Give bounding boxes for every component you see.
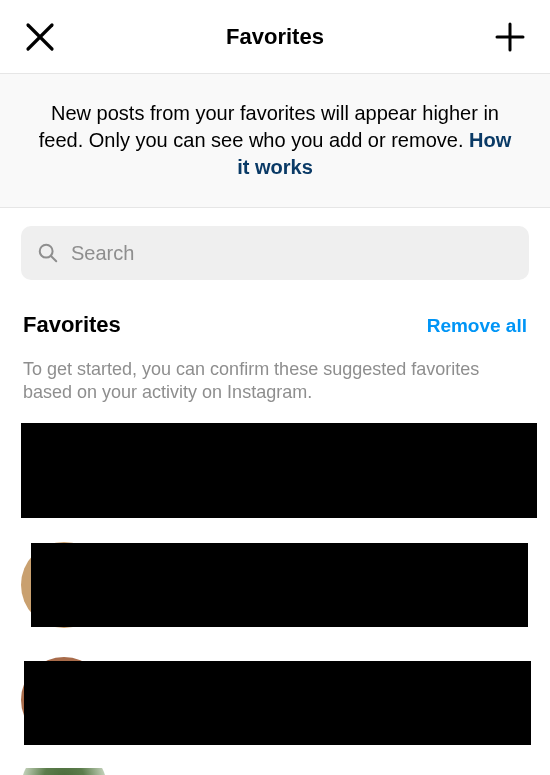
list-item[interactable] bbox=[21, 768, 529, 775]
content: Favorites Remove all To get started, you… bbox=[0, 208, 550, 775]
search-icon bbox=[37, 242, 59, 264]
suggested-hint: To get started, you can confirm these su… bbox=[21, 358, 529, 423]
favorites-heading: Favorites bbox=[23, 312, 121, 338]
info-banner: New posts from your favorites will appea… bbox=[0, 74, 550, 208]
redaction-block bbox=[21, 423, 537, 518]
redaction-block bbox=[24, 661, 531, 745]
close-icon[interactable] bbox=[24, 21, 56, 53]
search-input[interactable] bbox=[71, 242, 513, 265]
svg-line-5 bbox=[51, 256, 56, 261]
list-item[interactable] bbox=[21, 653, 529, 748]
remove-all-button[interactable]: Remove all bbox=[427, 315, 527, 337]
redaction-block bbox=[31, 543, 528, 627]
search-field[interactable] bbox=[21, 226, 529, 280]
header: Favorites bbox=[0, 0, 550, 74]
section-head: Favorites Remove all bbox=[21, 312, 529, 338]
list-item[interactable] bbox=[21, 538, 529, 633]
list-item[interactable] bbox=[21, 423, 529, 518]
page-title: Favorites bbox=[226, 24, 324, 50]
favorites-list bbox=[21, 423, 529, 775]
banner-text: New posts from your favorites will appea… bbox=[39, 102, 499, 151]
add-icon[interactable] bbox=[494, 21, 526, 53]
avatar bbox=[21, 768, 107, 775]
